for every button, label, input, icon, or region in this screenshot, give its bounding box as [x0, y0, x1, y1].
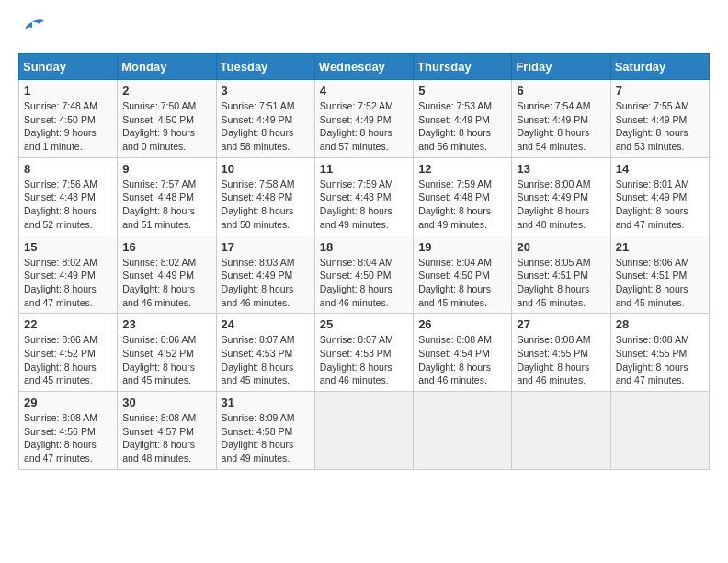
daylight-label: Daylight: — [616, 205, 654, 216]
sunset-label: Sunset: — [616, 114, 649, 125]
day-number: 14 — [616, 162, 704, 176]
calendar-cell: 8 Sunrise: 7:56 AM Sunset: 4:48 PM Dayli… — [19, 157, 118, 236]
calendar-cell: 13 Sunrise: 8:00 AM Sunset: 4:49 PM Dayl… — [512, 157, 610, 236]
day-detail: Sunrise: 8:07 AM Sunset: 4:53 PM Dayligh… — [320, 333, 408, 387]
daylight-label: Daylight: — [517, 127, 554, 138]
sunrise-label: Sunrise: — [418, 100, 454, 111]
day-detail: Sunrise: 7:48 AM Sunset: 4:50 PM Dayligh… — [24, 99, 112, 154]
header-day-sunday: Sunday — [19, 54, 118, 80]
day-detail: Sunrise: 8:02 AM Sunset: 4:49 PM Dayligh… — [24, 256, 112, 310]
day-number: 10 — [222, 162, 310, 176]
sunset-label: Sunset: — [122, 270, 155, 281]
week-row-3: 15 Sunrise: 8:02 AM Sunset: 4:49 PM Dayl… — [19, 236, 710, 314]
calendar-cell: 16 Sunrise: 8:02 AM Sunset: 4:49 PM Dayl… — [118, 236, 216, 314]
calendar-cell: 10 Sunrise: 7:58 AM Sunset: 4:48 PM Dayl… — [216, 157, 314, 236]
day-detail: Sunrise: 7:59 AM Sunset: 4:48 PM Dayligh… — [418, 178, 506, 232]
day-number: 7 — [616, 84, 704, 98]
day-number: 12 — [418, 162, 506, 176]
daylight-label: Daylight: — [517, 283, 554, 294]
day-number: 16 — [122, 240, 210, 254]
header-day-monday: Monday — [118, 54, 216, 80]
sunrise-label: Sunrise: — [616, 257, 652, 268]
daylight-label: Daylight: — [418, 362, 456, 373]
daylight-label: Daylight: — [222, 362, 259, 373]
sunrise-label: Sunrise: — [24, 100, 60, 111]
calendar-table: SundayMondayTuesdayWednesdayThursdayFrid… — [18, 53, 710, 470]
calendar-cell: 19 Sunrise: 8:04 AM Sunset: 4:50 PM Dayl… — [414, 236, 512, 314]
sunrise-label: Sunrise: — [222, 334, 257, 345]
sunrise-label: Sunrise: — [24, 412, 60, 423]
daylight-label: Daylight: — [222, 439, 259, 450]
day-number: 24 — [222, 317, 310, 331]
day-number: 17 — [222, 240, 310, 254]
sunset-label: Sunset: — [517, 114, 550, 125]
calendar-cell: 14 Sunrise: 8:01 AM Sunset: 4:49 PM Dayl… — [610, 157, 709, 236]
sunset-label: Sunset: — [24, 426, 57, 437]
day-number: 15 — [24, 240, 112, 254]
day-number: 29 — [24, 396, 112, 409]
week-row-2: 8 Sunrise: 7:56 AM Sunset: 4:48 PM Dayli… — [19, 157, 710, 236]
day-number: 26 — [418, 317, 506, 331]
day-number: 5 — [418, 84, 506, 98]
day-number: 22 — [24, 317, 112, 331]
day-number: 6 — [517, 84, 605, 98]
daylight-label: Daylight: — [517, 362, 554, 373]
sunset-label: Sunset: — [517, 191, 550, 202]
header-day-thursday: Thursday — [414, 54, 512, 80]
day-number: 28 — [616, 317, 704, 331]
daylight-label: Daylight: — [320, 283, 358, 294]
week-row-4: 22 Sunrise: 8:06 AM Sunset: 4:52 PM Dayl… — [19, 314, 710, 392]
sunset-label: Sunset: — [616, 191, 649, 202]
day-detail: Sunrise: 8:02 AM Sunset: 4:49 PM Dayligh… — [122, 256, 210, 310]
sunset-label: Sunset: — [222, 191, 255, 202]
daylight-label: Daylight: — [320, 362, 358, 373]
sunrise-label: Sunrise: — [24, 257, 60, 268]
daylight-label: Daylight: — [418, 283, 456, 294]
day-detail: Sunrise: 8:08 AM Sunset: 4:55 PM Dayligh… — [517, 333, 605, 387]
daylight-label: Daylight: — [24, 283, 62, 294]
sunrise-label: Sunrise: — [222, 412, 257, 423]
sunrise-label: Sunrise: — [122, 100, 158, 111]
day-detail: Sunrise: 8:08 AM Sunset: 4:57 PM Dayligh… — [122, 411, 210, 465]
sunset-label: Sunset: — [122, 426, 155, 437]
daylight-label: Daylight: — [616, 283, 654, 294]
header-day-tuesday: Tuesday — [216, 54, 314, 80]
sunrise-label: Sunrise: — [517, 334, 552, 345]
calendar-cell: 29 Sunrise: 8:08 AM Sunset: 4:56 PM Dayl… — [19, 392, 118, 470]
sunrise-label: Sunrise: — [418, 257, 454, 268]
day-detail: Sunrise: 7:56 AM Sunset: 4:48 PM Dayligh… — [24, 178, 112, 232]
sunrise-label: Sunrise: — [418, 334, 454, 345]
calendar-cell: 1 Sunrise: 7:48 AM Sunset: 4:50 PM Dayli… — [19, 80, 118, 158]
calendar-cell: 3 Sunrise: 7:51 AM Sunset: 4:49 PM Dayli… — [216, 80, 314, 158]
day-number: 20 — [517, 240, 605, 254]
day-detail: Sunrise: 8:06 AM Sunset: 4:51 PM Dayligh… — [616, 256, 704, 310]
sunset-label: Sunset: — [616, 270, 649, 281]
calendar-cell — [314, 392, 413, 470]
sunset-label: Sunset: — [222, 348, 255, 359]
daylight-label: Daylight: — [222, 283, 259, 294]
daylight-label: Daylight: — [320, 205, 358, 216]
day-detail: Sunrise: 8:08 AM Sunset: 4:56 PM Dayligh… — [24, 411, 112, 465]
daylight-label: Daylight: — [418, 127, 456, 138]
day-detail: Sunrise: 7:55 AM Sunset: 4:49 PM Dayligh… — [616, 99, 704, 154]
day-detail: Sunrise: 7:51 AM Sunset: 4:49 PM Dayligh… — [222, 99, 310, 154]
calendar-cell: 2 Sunrise: 7:50 AM Sunset: 4:50 PM Dayli… — [118, 80, 216, 158]
day-detail: Sunrise: 8:06 AM Sunset: 4:52 PM Dayligh… — [24, 333, 112, 387]
sunrise-label: Sunrise: — [320, 178, 356, 190]
daylight-label: Daylight: — [320, 127, 358, 138]
header-row: SundayMondayTuesdayWednesdayThursdayFrid… — [19, 54, 710, 80]
day-detail: Sunrise: 8:09 AM Sunset: 4:58 PM Dayligh… — [222, 411, 310, 465]
day-detail: Sunrise: 8:07 AM Sunset: 4:53 PM Dayligh… — [222, 333, 310, 387]
day-detail: Sunrise: 7:53 AM Sunset: 4:49 PM Dayligh… — [418, 99, 506, 154]
calendar-cell: 15 Sunrise: 8:02 AM Sunset: 4:49 PM Dayl… — [19, 236, 118, 314]
week-row-5: 29 Sunrise: 8:08 AM Sunset: 4:56 PM Dayl… — [19, 392, 710, 470]
daylight-label: Daylight: — [517, 205, 554, 216]
daylight-label: Daylight: — [122, 439, 160, 450]
sunrise-label: Sunrise: — [517, 100, 552, 111]
calendar-cell: 9 Sunrise: 7:57 AM Sunset: 4:48 PM Dayli… — [118, 157, 216, 236]
sunset-label: Sunset: — [24, 114, 57, 125]
sunrise-label: Sunrise: — [418, 178, 454, 190]
sunset-label: Sunset: — [320, 270, 353, 281]
sunset-label: Sunset: — [418, 114, 451, 125]
daylight-label: Daylight: — [122, 283, 160, 294]
